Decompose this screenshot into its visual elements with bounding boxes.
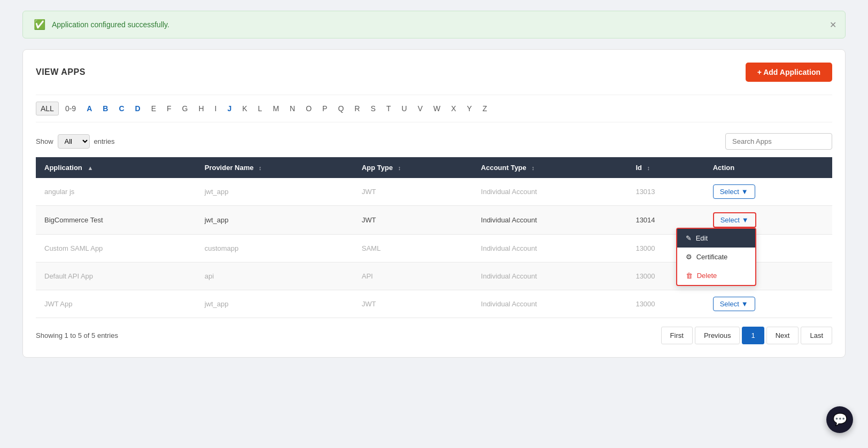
sort-provider-icon[interactable]: ↕	[259, 165, 262, 171]
select-button-row1[interactable]: Select ▼	[713, 184, 755, 199]
action-dropdown-menu: ✎ Edit ⚙ Certificate 🗑 Delete	[676, 228, 756, 286]
cell-provider: customapp	[196, 235, 353, 262]
filter-q[interactable]: Q	[334, 102, 348, 115]
cell-accounttype: Individual Account	[472, 262, 627, 290]
cell-application: angular js	[36, 178, 196, 206]
cell-accounttype: Individual Account	[472, 206, 627, 235]
cell-accounttype: Individual Account	[472, 290, 627, 318]
alert-close-button[interactable]: ✕	[830, 20, 836, 30]
pagination: First Previous 1 Next Last	[661, 327, 832, 344]
cell-apptype: JWT	[353, 178, 472, 206]
filter-s[interactable]: S	[366, 102, 379, 115]
col-app-type: App Type ↕	[353, 157, 472, 178]
main-card: VIEW APPS + Add Application ALL 0-9 A B …	[22, 49, 846, 358]
filter-n[interactable]: N	[285, 102, 299, 115]
filter-d[interactable]: D	[131, 102, 145, 115]
add-application-button[interactable]: + Add Application	[746, 63, 832, 82]
cell-application: JWT App	[36, 290, 196, 318]
sort-accounttype-icon[interactable]: ↕	[531, 165, 534, 171]
filter-y[interactable]: Y	[462, 102, 476, 115]
col-provider-name: Provider Name ↕	[196, 157, 353, 178]
filter-i[interactable]: I	[211, 102, 221, 115]
edit-menu-item[interactable]: ✎ Edit	[677, 229, 755, 248]
table-footer: Showing 1 to 5 of 5 entries First Previo…	[36, 327, 832, 344]
sort-apptype-icon[interactable]: ↕	[398, 165, 401, 171]
table-controls: Show All 10 25 50 100 entries	[36, 133, 832, 150]
cell-apptype: API	[353, 262, 472, 290]
sort-id-icon[interactable]: ↕	[647, 165, 650, 171]
filter-b[interactable]: B	[98, 102, 112, 115]
alert-message: Application configured successfully.	[52, 20, 169, 29]
search-input[interactable]	[725, 133, 832, 150]
filter-m[interactable]: M	[268, 102, 283, 115]
filter-x[interactable]: X	[447, 102, 460, 115]
chevron-down-icon: ▼	[741, 300, 748, 308]
filter-l[interactable]: L	[254, 102, 267, 115]
cell-provider: jwt_app	[196, 206, 353, 235]
pagination-last[interactable]: Last	[801, 327, 832, 344]
filter-t[interactable]: T	[382, 102, 396, 115]
entries-select[interactable]: All 10 25 50 100	[58, 134, 90, 149]
cell-apptype: JWT	[353, 290, 472, 318]
success-alert: ✅ Application configured successfully. ✕	[22, 11, 846, 38]
col-account-type: Account Type ↕	[472, 157, 627, 178]
filter-w[interactable]: W	[429, 102, 445, 115]
card-header: VIEW APPS + Add Application	[36, 63, 832, 82]
pagination-first[interactable]: First	[661, 327, 693, 344]
select-button-row2[interactable]: Select ▼	[713, 212, 756, 228]
col-action: Action	[704, 157, 832, 178]
filter-r[interactable]: R	[350, 102, 364, 115]
filter-all[interactable]: ALL	[36, 102, 59, 115]
delete-label: Delete	[697, 272, 717, 280]
entries-label: entries	[94, 137, 115, 145]
entries-info: Showing 1 to 5 of 5 entries	[36, 331, 118, 339]
filter-k[interactable]: K	[238, 102, 251, 115]
show-entries: Show All 10 25 50 100 entries	[36, 134, 115, 149]
filter-f[interactable]: F	[162, 102, 176, 115]
pagination-next[interactable]: Next	[766, 327, 799, 344]
alpha-filter: ALL 0-9 A B C D E F G H I J K L M N O P …	[36, 95, 832, 122]
delete-menu-item[interactable]: 🗑 Delete	[677, 266, 755, 285]
chevron-down-icon: ▼	[742, 216, 749, 224]
filter-h[interactable]: H	[194, 102, 208, 115]
col-application: Application ▲	[36, 157, 196, 178]
cell-application: BigCommerce Test	[36, 206, 196, 235]
cell-accounttype: Individual Account	[472, 178, 627, 206]
page-title: VIEW APPS	[36, 67, 86, 77]
pagination-page-1[interactable]: 1	[742, 327, 764, 344]
cell-action: Select ▼	[704, 290, 832, 318]
filter-p[interactable]: P	[318, 102, 331, 115]
table-row: angular js jwt_app JWT Individual Accoun…	[36, 178, 832, 206]
filter-c[interactable]: C	[114, 102, 128, 115]
cell-apptype: JWT	[353, 206, 472, 235]
filter-v[interactable]: V	[413, 102, 427, 115]
cell-application: Default API App	[36, 262, 196, 290]
cell-provider: jwt_app	[196, 178, 353, 206]
table-row: JWT App jwt_app JWT Individual Account 1…	[36, 290, 832, 318]
success-icon: ✅	[34, 19, 45, 30]
sort-application-icon[interactable]: ▲	[87, 165, 93, 171]
select-button-row5[interactable]: Select ▼	[713, 297, 755, 311]
certificate-label: Certificate	[696, 253, 728, 261]
cell-action[interactable]: Select ▼ ✎ Edit ⚙ Certificate	[704, 206, 832, 235]
filter-u[interactable]: U	[397, 102, 411, 115]
apps-table: Application ▲ Provider Name ↕ App Type ↕…	[36, 157, 832, 318]
filter-a[interactable]: A	[82, 102, 96, 115]
filter-j[interactable]: J	[223, 102, 236, 115]
filter-z[interactable]: Z	[478, 102, 492, 115]
cell-accounttype: Individual Account	[472, 235, 627, 262]
certificate-menu-item[interactable]: ⚙ Certificate	[677, 248, 755, 266]
filter-09[interactable]: 0-9	[61, 102, 80, 115]
trash-icon: 🗑	[686, 272, 693, 280]
filter-o[interactable]: O	[301, 102, 316, 115]
pagination-previous[interactable]: Previous	[695, 327, 740, 344]
chevron-down-icon: ▼	[741, 188, 748, 196]
cell-provider: api	[196, 262, 353, 290]
action-dropdown-wrapper: Select ▼ ✎ Edit ⚙ Certificate	[713, 212, 756, 228]
filter-e[interactable]: E	[147, 102, 160, 115]
cell-id: 13000	[627, 290, 704, 318]
filter-g[interactable]: G	[178, 102, 192, 115]
cell-provider: jwt_app	[196, 290, 353, 318]
table-header-row: Application ▲ Provider Name ↕ App Type ↕…	[36, 157, 832, 178]
show-label: Show	[36, 137, 53, 145]
